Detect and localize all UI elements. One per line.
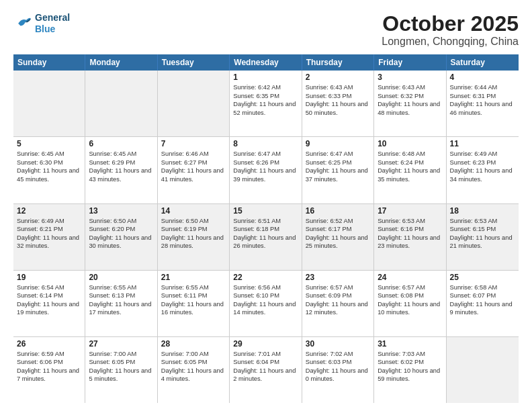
daylight-text: Daylight: 11 hours and 28 minutes. <box>161 234 226 250</box>
sunrise-text: Sunrise: 7:02 AM <box>306 350 370 359</box>
header-day-monday: Monday <box>85 54 157 71</box>
calendar-cell: 2Sunrise: 6:43 AMSunset: 6:33 PMDaylight… <box>302 71 374 136</box>
calendar-cell: 22Sunrise: 6:56 AMSunset: 6:10 PMDayligh… <box>230 271 302 336</box>
daylight-text: Daylight: 11 hours and 45 minutes. <box>17 167 81 183</box>
sunset-text: Sunset: 6:05 PM <box>161 358 226 367</box>
sunrise-text: Sunrise: 6:47 AM <box>233 150 298 158</box>
daylight-text: Daylight: 11 hours and 32 minutes. <box>17 234 81 250</box>
calendar-cell: 15Sunrise: 6:51 AMSunset: 6:18 PMDayligh… <box>230 204 302 270</box>
sunrise-text: Sunrise: 6:53 AM <box>450 217 515 226</box>
day-number: 7 <box>161 139 226 148</box>
sunrise-text: Sunrise: 6:47 AM <box>306 150 370 158</box>
sunset-text: Sunset: 6:35 PM <box>233 92 298 101</box>
day-number: 9 <box>306 139 370 148</box>
day-number: 19 <box>17 273 81 282</box>
calendar-cell <box>447 337 519 403</box>
day-number: 16 <box>306 206 370 216</box>
daylight-text: Daylight: 11 hours and 41 minutes. <box>161 167 226 183</box>
daylight-text: Daylight: 11 hours and 2 minutes. <box>233 367 298 383</box>
sunset-text: Sunset: 6:33 PM <box>306 92 370 101</box>
sunrise-text: Sunrise: 6:53 AM <box>378 217 442 226</box>
sunrise-text: Sunrise: 6:51 AM <box>233 217 298 226</box>
sunset-text: Sunset: 6:29 PM <box>89 158 153 167</box>
daylight-text: Daylight: 11 hours and 52 minutes. <box>233 100 298 117</box>
day-number: 23 <box>306 273 370 282</box>
sunset-text: Sunset: 6:09 PM <box>306 291 370 300</box>
daylight-text: Daylight: 11 hours and 35 minutes. <box>378 167 442 183</box>
sunset-text: Sunset: 6:16 PM <box>378 225 442 234</box>
calendar-row-1: 5Sunrise: 6:45 AMSunset: 6:30 PMDaylight… <box>13 137 519 203</box>
sunrise-text: Sunrise: 6:50 AM <box>89 217 153 226</box>
daylight-text: Daylight: 11 hours and 19 minutes. <box>17 300 81 317</box>
calendar-row-3: 19Sunrise: 6:54 AMSunset: 6:14 PMDayligh… <box>13 271 519 337</box>
sunset-text: Sunset: 6:14 PM <box>17 291 81 300</box>
sunset-text: Sunset: 6:03 PM <box>306 358 370 367</box>
day-number: 21 <box>161 273 226 282</box>
day-number: 8 <box>233 139 298 148</box>
calendar-row-0: 1Sunrise: 6:42 AMSunset: 6:35 PMDaylight… <box>13 71 519 137</box>
logo-line1: General <box>35 12 70 24</box>
sunrise-text: Sunrise: 7:01 AM <box>233 350 298 359</box>
header-day-wednesday: Wednesday <box>230 54 302 71</box>
daylight-text: Daylight: 11 hours and 5 minutes. <box>89 367 153 383</box>
page: General Blue October 2025 Longmen, Chong… <box>0 0 532 411</box>
calendar-cell: 29Sunrise: 7:01 AMSunset: 6:04 PMDayligh… <box>230 337 302 403</box>
daylight-text: Daylight: 11 hours and 4 minutes. <box>161 367 226 383</box>
calendar-cell: 19Sunrise: 6:54 AMSunset: 6:14 PMDayligh… <box>13 271 85 336</box>
header-day-saturday: Saturday <box>447 54 519 71</box>
calendar-cell: 23Sunrise: 6:57 AMSunset: 6:09 PMDayligh… <box>302 271 374 336</box>
calendar-cell: 12Sunrise: 6:49 AMSunset: 6:21 PMDayligh… <box>13 204 85 270</box>
day-number: 15 <box>233 206 298 216</box>
sunrise-text: Sunrise: 6:50 AM <box>161 217 226 226</box>
daylight-text: Daylight: 11 hours and 26 minutes. <box>233 234 298 250</box>
sunrise-text: Sunrise: 6:49 AM <box>450 150 515 158</box>
daylight-text: Daylight: 11 hours and 23 minutes. <box>378 234 442 250</box>
calendar-cell: 20Sunrise: 6:55 AMSunset: 6:13 PMDayligh… <box>85 271 157 336</box>
sunset-text: Sunset: 6:05 PM <box>89 358 153 367</box>
sunset-text: Sunset: 6:02 PM <box>378 358 442 367</box>
sunrise-text: Sunrise: 6:46 AM <box>161 150 226 158</box>
location-title: Longmen, Chongqing, China <box>382 36 519 48</box>
daylight-text: Daylight: 11 hours and 10 minutes. <box>378 300 442 317</box>
daylight-text: Daylight: 11 hours and 16 minutes. <box>161 300 226 317</box>
calendar-cell: 9Sunrise: 6:47 AMSunset: 6:25 PMDaylight… <box>302 137 374 203</box>
sunrise-text: Sunrise: 6:58 AM <box>450 283 515 292</box>
calendar-header: SundayMondayTuesdayWednesdayThursdayFrid… <box>13 54 519 71</box>
title-section: October 2025 Longmen, Chongqing, China <box>382 12 519 48</box>
header-day-thursday: Thursday <box>302 54 374 71</box>
logo-icon <box>13 15 32 32</box>
calendar-cell: 1Sunrise: 6:42 AMSunset: 6:35 PMDaylight… <box>230 71 302 136</box>
calendar-cell: 27Sunrise: 7:00 AMSunset: 6:05 PMDayligh… <box>85 337 157 403</box>
calendar-cell: 10Sunrise: 6:48 AMSunset: 6:24 PMDayligh… <box>374 137 446 203</box>
header-day-friday: Friday <box>374 54 446 71</box>
month-title: October 2025 <box>382 12 519 36</box>
sunrise-text: Sunrise: 6:57 AM <box>306 283 370 292</box>
day-number: 22 <box>233 273 298 282</box>
calendar-cell: 25Sunrise: 6:58 AMSunset: 6:07 PMDayligh… <box>447 271 519 336</box>
calendar-row-4: 26Sunrise: 6:59 AMSunset: 6:06 PMDayligh… <box>13 337 519 403</box>
calendar-cell: 28Sunrise: 7:00 AMSunset: 6:05 PMDayligh… <box>158 337 230 403</box>
daylight-text: Daylight: 10 hours and 59 minutes. <box>378 367 442 383</box>
sunrise-text: Sunrise: 6:45 AM <box>17 150 81 158</box>
sunset-text: Sunset: 6:25 PM <box>306 158 370 167</box>
day-number: 6 <box>89 139 153 148</box>
daylight-text: Daylight: 11 hours and 14 minutes. <box>233 300 298 317</box>
sunset-text: Sunset: 6:06 PM <box>17 358 81 367</box>
day-number: 17 <box>378 206 442 216</box>
sunset-text: Sunset: 6:18 PM <box>233 225 298 234</box>
calendar-cell <box>158 71 230 136</box>
calendar-cell: 13Sunrise: 6:50 AMSunset: 6:20 PMDayligh… <box>85 204 157 270</box>
day-number: 13 <box>89 206 153 216</box>
daylight-text: Daylight: 11 hours and 12 minutes. <box>306 300 370 317</box>
calendar-cell: 3Sunrise: 6:43 AMSunset: 6:32 PMDaylight… <box>374 71 446 136</box>
daylight-text: Daylight: 11 hours and 7 minutes. <box>17 367 81 383</box>
daylight-text: Daylight: 11 hours and 37 minutes. <box>306 167 370 183</box>
daylight-text: Daylight: 11 hours and 34 minutes. <box>450 167 515 183</box>
day-number: 4 <box>450 73 515 82</box>
day-number: 12 <box>17 206 81 216</box>
calendar-cell: 16Sunrise: 6:52 AMSunset: 6:17 PMDayligh… <box>302 204 374 270</box>
day-number: 3 <box>378 73 442 82</box>
sunrise-text: Sunrise: 6:56 AM <box>233 283 298 292</box>
calendar-cell: 6Sunrise: 6:45 AMSunset: 6:29 PMDaylight… <box>85 137 157 203</box>
sunset-text: Sunset: 6:21 PM <box>17 225 81 234</box>
